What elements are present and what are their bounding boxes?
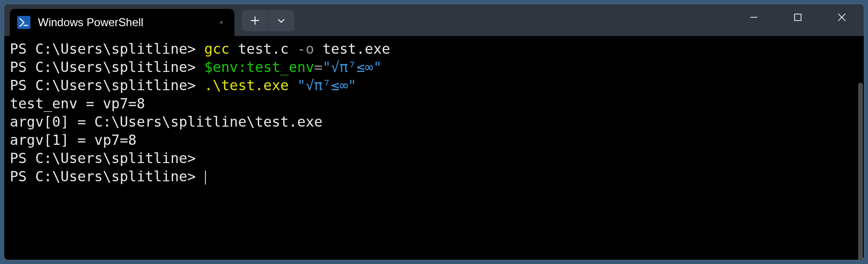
terminal-text-segment: -o [297,41,314,57]
terminal-text-segment: .\test.exe [204,77,289,93]
terminal-line: test_env = vp7=8 [10,94,858,113]
terminal-text-segment: PS C:\Users\splitline> [10,150,196,166]
terminal-text-segment: $env:test_env [204,59,314,75]
powershell-icon [17,16,30,29]
close-tab-button[interactable] [216,17,227,28]
terminal-line: argv[0] = C:\Users\splitline\test.exe [10,113,858,131]
terminal-text-segment: "√π⁷≤∞" [322,59,381,75]
terminal-line: PS C:\Users\splitline> $env:test_env="√π… [10,58,858,76]
tab-title: Windows PowerShell [38,16,216,29]
terminal-text-segment: test_env = vp7=8 [10,95,145,112]
window-controls [732,4,864,30]
terminal-text-segment: PS C:\Users\splitline> [10,168,204,185]
terminal-text-segment: test.exe [314,41,390,57]
tab-dropdown-button[interactable] [268,10,294,31]
terminal-text-segment: argv[1] = vp7=8 [10,132,137,148]
terminal-window: Windows PowerShell PS C:\Us [4,4,864,260]
close-window-button[interactable] [820,4,864,30]
terminal-text-segment: "√π⁷≤∞" [297,77,356,93]
maximize-button[interactable] [776,4,820,30]
tab-controls [242,10,294,31]
terminal-text-segment: PS C:\Users\splitline> [10,41,204,57]
terminal-line: PS C:\Users\splitline> [10,167,858,186]
new-tab-button[interactable] [242,10,268,31]
scrollbar[interactable] [858,83,863,260]
terminal-text-segment: = [314,59,322,75]
terminal-text-segment: gcc [204,41,229,57]
terminal-line: PS C:\Users\splitline> [10,149,858,167]
terminal-text-segment [289,77,297,93]
terminal-text-segment: PS C:\Users\splitline> [10,77,204,93]
terminal-line: PS C:\Users\splitline> gcc test.c -o tes… [10,40,858,58]
terminal-body[interactable]: PS C:\Users\splitline> gcc test.c -o tes… [4,36,864,260]
terminal-text-segment: argv[0] = C:\Users\splitline\test.exe [10,114,322,130]
titlebar[interactable]: Windows PowerShell [4,4,864,36]
svg-rect-0 [795,14,801,21]
active-tab[interactable]: Windows PowerShell [10,9,234,36]
terminal-line: argv[1] = vp7=8 [10,131,858,149]
terminal-text-segment: PS C:\Users\splitline> [10,59,204,75]
text-cursor [205,171,206,185]
terminal-text-segment: test.c [230,41,298,57]
minimize-button[interactable] [732,4,776,30]
terminal-line: PS C:\Users\splitline> .\test.exe "√π⁷≤∞… [10,76,858,94]
